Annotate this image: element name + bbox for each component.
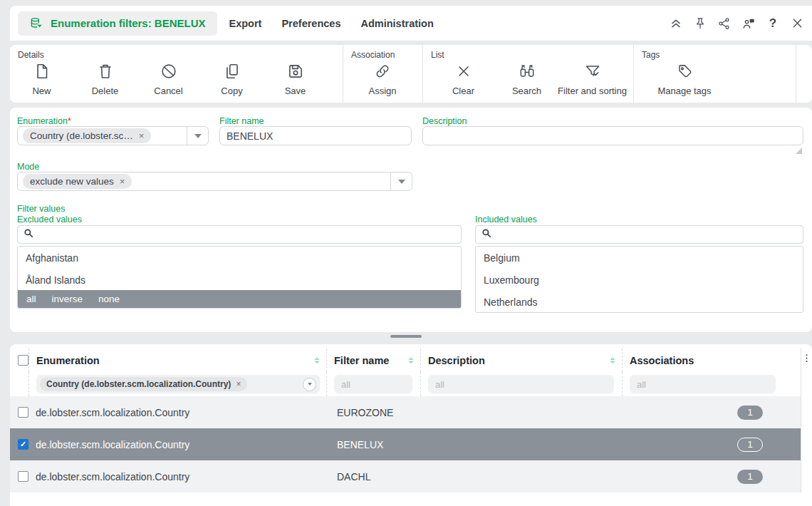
toolbar-group-details: Details New Delete Cancel Copy Save	[10, 45, 343, 103]
description-filter-input[interactable]	[428, 379, 614, 390]
list-item[interactable]: Afghanistan	[18, 247, 461, 269]
row-checkbox[interactable]	[18, 407, 28, 418]
table-row[interactable]: de.lobster.scm.localization.Country EURO…	[10, 396, 812, 428]
description-label: Description	[422, 116, 467, 126]
assign-button[interactable]: Assign	[343, 62, 422, 96]
toolbar-group-label: Tags	[642, 50, 796, 60]
clear-x-icon	[454, 62, 473, 83]
column-header-description[interactable]: Description	[420, 348, 622, 372]
manage-tags-button[interactable]: Manage tags	[638, 62, 731, 96]
enumeration-filter[interactable]: Country (de.lobster.scm.localization.Cou…	[36, 375, 320, 393]
enumeration-field[interactable]: Country (de.lobster.sc… ×	[17, 126, 209, 145]
table-row[interactable]: de.lobster.scm.localization.Country DACH…	[10, 460, 812, 492]
filter-dropdown-button[interactable]	[303, 378, 316, 391]
menu-preferences[interactable]: Preferences	[281, 18, 340, 29]
sort-icon[interactable]	[607, 355, 618, 366]
delete-button[interactable]: Delete	[73, 62, 137, 96]
resize-handle[interactable]	[796, 148, 802, 154]
save-button[interactable]: Save	[264, 62, 327, 96]
column-header-associations[interactable]: Associations	[622, 348, 801, 372]
sort-icon[interactable]	[311, 355, 323, 366]
splitter-handle[interactable]	[390, 335, 422, 338]
mode-dropdown-button[interactable]	[390, 172, 412, 190]
select-inverse-button[interactable]: inverse	[52, 294, 83, 304]
close-icon[interactable]	[790, 16, 804, 31]
mode-chip[interactable]: exclude new values ×	[23, 174, 132, 189]
mode-field[interactable]: exclude new values ×	[17, 172, 412, 191]
select-none-button[interactable]: none	[98, 294, 120, 304]
enumeration-dropdown-button[interactable]	[187, 127, 208, 145]
enumeration-chip[interactable]: Country (de.lobster.sc… ×	[23, 128, 151, 143]
save-icon	[286, 62, 305, 83]
results-table: Enumeration Filter name Description Asso…	[10, 344, 812, 506]
menu-export[interactable]: Export	[229, 18, 262, 29]
column-header-filter-name[interactable]: Filter name	[326, 348, 420, 372]
select-all-button[interactable]: all	[26, 294, 36, 304]
filter-name-filter-input[interactable]	[334, 379, 412, 390]
active-module-tab[interactable]: Enumeration filters: BENELUX	[18, 11, 217, 36]
excluded-values-label: Excluded values	[17, 215, 82, 224]
column-header-enumeration[interactable]: Enumeration	[28, 348, 326, 372]
excluded-search-input[interactable]	[38, 229, 461, 240]
list-item[interactable]: Netherlands	[476, 291, 803, 313]
chevron-down-icon	[308, 383, 312, 386]
select-all-checkbox[interactable]	[18, 355, 28, 366]
chip-remove-icon[interactable]: ×	[236, 379, 241, 389]
kebab-menu-icon[interactable]	[801, 353, 812, 372]
table-filter-row: Country (de.lobster.scm.localization.Cou…	[10, 372, 812, 396]
feedback-icon[interactable]	[741, 16, 756, 31]
table-header-row: Enumeration Filter name Description Asso…	[10, 348, 812, 372]
cell-filter-name: EUROZONE	[326, 396, 420, 428]
description-field	[422, 126, 803, 145]
search-icon	[480, 227, 493, 242]
page-title: Enumeration filters: BENELUX	[51, 17, 206, 29]
excluded-values-list: Afghanistan Åland Islands all inverse no…	[17, 246, 462, 309]
chip-remove-icon[interactable]: ×	[120, 176, 125, 187]
list-item[interactable]: Belgium	[476, 247, 803, 269]
copy-icon	[223, 62, 241, 83]
funnel-icon	[583, 62, 602, 83]
associations-badge[interactable]: 1	[737, 470, 763, 484]
chevron-down-icon	[194, 134, 202, 138]
list-item[interactable]: Luxembourg	[476, 269, 803, 291]
cell-description	[420, 428, 622, 460]
filter-and-sorting-button[interactable]: Filter and sorting	[558, 62, 626, 96]
clear-button[interactable]: Clear	[432, 62, 495, 96]
filter-cell-description	[420, 372, 622, 396]
associations-badge[interactable]: 1	[737, 406, 763, 420]
share-icon[interactable]	[717, 16, 732, 31]
table-row-selected[interactable]: ✓ de.lobster.scm.localization.Country BE…	[10, 428, 812, 460]
trash-icon	[96, 62, 115, 83]
excluded-search-box	[17, 225, 462, 244]
chip-remove-icon[interactable]: ×	[139, 130, 145, 141]
required-asterisk: *	[68, 116, 71, 126]
filter-cell-enumeration: Country (de.lobster.scm.localization.Cou…	[28, 372, 326, 396]
enumeration-filter-chip[interactable]: Country (de.lobster.scm.localization.Cou…	[40, 377, 247, 391]
filter-name-field	[219, 126, 412, 145]
filter-name-input[interactable]	[220, 130, 411, 142]
toolbar-group-label: Details	[18, 50, 343, 60]
collapse-icon[interactable]	[669, 16, 683, 31]
included-search-box	[475, 225, 803, 244]
cell-filter-name: DACHL	[326, 460, 420, 492]
toolbar-group-label: Association	[351, 50, 422, 60]
menu-administration[interactable]: Administration	[360, 18, 433, 29]
sort-icon[interactable]	[405, 355, 417, 366]
row-checkbox-checked[interactable]: ✓	[18, 439, 28, 450]
row-checkbox[interactable]	[18, 471, 28, 482]
search-button[interactable]: Search	[495, 62, 558, 96]
description-input[interactable]	[423, 130, 803, 142]
enumeration-filter-icon	[29, 16, 43, 31]
associations-badge[interactable]: 1	[737, 438, 763, 452]
filter-cell-associations	[622, 372, 801, 396]
included-search-input[interactable]	[496, 229, 803, 240]
associations-filter-input[interactable]	[630, 379, 776, 390]
help-icon[interactable]: ?	[766, 16, 780, 31]
pin-icon[interactable]	[693, 16, 707, 31]
copy-button[interactable]: Copy	[200, 62, 264, 96]
list-item[interactable]: Åland Islands	[18, 269, 461, 291]
cell-enumeration: de.lobster.scm.localization.Country	[28, 460, 326, 492]
cancel-button[interactable]: Cancel	[137, 62, 200, 96]
link-icon	[373, 62, 392, 83]
new-button[interactable]: New	[10, 62, 73, 96]
